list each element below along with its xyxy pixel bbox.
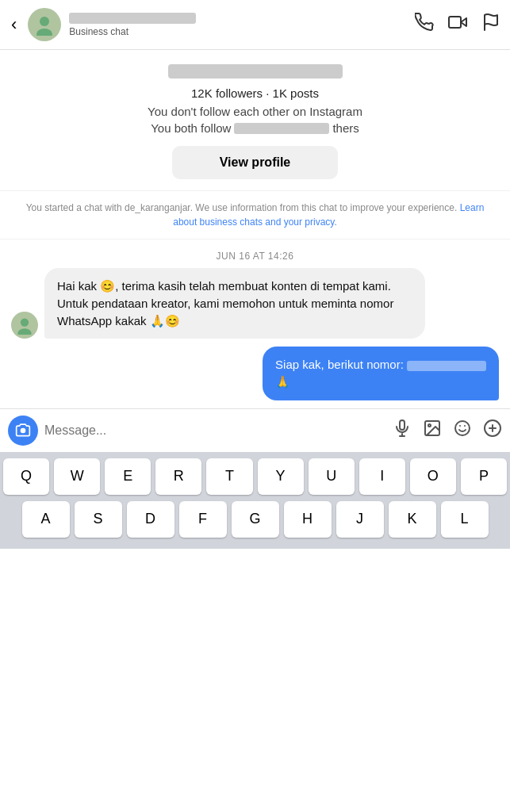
key-g[interactable]: G xyxy=(232,501,279,538)
input-action-icons xyxy=(393,419,502,442)
svg-rect-8 xyxy=(400,420,405,430)
key-q[interactable]: Q xyxy=(3,458,49,495)
svg-point-7 xyxy=(21,427,26,433)
key-l[interactable]: L xyxy=(441,501,489,538)
incoming-bubble: Hai kak 😊, terima kasih telah membuat ko… xyxy=(44,268,425,339)
message-input-bar xyxy=(0,408,510,452)
phone-number-blurred xyxy=(407,361,486,371)
key-p[interactable]: P xyxy=(461,458,507,495)
outgoing-bubble: Siap kak, berikut nomor: 🙏 xyxy=(263,347,499,400)
mutual-accounts-blurred xyxy=(234,123,329,134)
contact-name-blurred xyxy=(69,13,196,24)
key-h[interactable]: H xyxy=(284,501,332,538)
incoming-message-row: Hai kak 😊, terima kasih telah membuat ko… xyxy=(11,268,499,339)
sender-avatar xyxy=(11,312,38,339)
mic-icon[interactable] xyxy=(393,419,412,442)
privacy-text: You started a chat with de_karanganjar. … xyxy=(26,202,458,213)
svg-point-13 xyxy=(455,421,470,435)
keyboard: Q W E R T Y U I O P A S D F G H J K L xyxy=(0,452,510,549)
header-action-icons xyxy=(415,13,499,36)
messages-area: Hai kak 😊, terima kasih telah membuat ko… xyxy=(0,268,510,408)
key-d[interactable]: D xyxy=(127,501,174,538)
key-f[interactable]: F xyxy=(179,501,227,538)
key-y[interactable]: Y xyxy=(258,458,304,495)
contact-avatar xyxy=(28,8,61,41)
svg-point-4 xyxy=(21,319,29,327)
mutual-follow-info: You both follow thers xyxy=(151,121,359,135)
privacy-notice: You started a chat with de_karanganjar. … xyxy=(0,191,510,239)
incoming-message-text: Hai kak 😊, terima kasih telah membuat ko… xyxy=(57,279,393,327)
key-s[interactable]: S xyxy=(75,501,122,538)
video-icon[interactable] xyxy=(448,13,467,36)
key-i[interactable]: I xyxy=(359,458,405,495)
sticker-icon[interactable] xyxy=(453,419,472,442)
key-r[interactable]: R xyxy=(155,458,201,495)
keyboard-row-2: A S D F G H J K L xyxy=(3,501,507,538)
svg-point-1 xyxy=(36,29,52,36)
profile-stats: 12K followers · 1K posts xyxy=(191,86,319,100)
key-j[interactable]: J xyxy=(336,501,384,538)
camera-button[interactable] xyxy=(8,416,38,446)
back-button[interactable]: ‹ xyxy=(11,14,17,35)
plus-icon[interactable] xyxy=(483,419,502,442)
key-u[interactable]: U xyxy=(309,458,355,495)
outgoing-message-text: Siap kak, berikut nomor: 🙏 xyxy=(275,358,486,389)
message-timestamp: JUN 16 AT 14:26 xyxy=(0,239,510,268)
svg-point-5 xyxy=(17,329,31,335)
key-k[interactable]: K xyxy=(389,501,436,538)
phone-icon[interactable] xyxy=(415,13,434,36)
keyboard-row-1: Q W E R T Y U I O P xyxy=(3,458,507,495)
image-icon[interactable] xyxy=(423,419,442,442)
view-profile-button[interactable]: View profile xyxy=(172,146,339,179)
flag-icon[interactable] xyxy=(481,13,499,36)
chat-header: ‹ Business chat xyxy=(0,0,510,50)
follow-info: You don't follow each other on Instagram xyxy=(148,105,362,118)
contact-info: Business chat xyxy=(69,13,407,37)
message-input[interactable] xyxy=(44,423,386,438)
key-e[interactable]: E xyxy=(105,458,151,495)
mutual-suffix: thers xyxy=(332,121,359,135)
key-w[interactable]: W xyxy=(54,458,100,495)
profile-section: 12K followers · 1K posts You don't follo… xyxy=(0,50,510,191)
svg-point-0 xyxy=(40,17,49,26)
svg-rect-2 xyxy=(449,17,461,28)
outgoing-message-row: Siap kak, berikut nomor: 🙏 xyxy=(11,347,499,400)
key-a[interactable]: A xyxy=(22,501,70,538)
chat-type-label: Business chat xyxy=(69,26,407,37)
key-o[interactable]: O xyxy=(410,458,456,495)
profile-name-blurred xyxy=(168,64,343,79)
mutual-prefix: You both follow xyxy=(151,121,231,135)
key-t[interactable]: T xyxy=(206,458,252,495)
svg-point-12 xyxy=(428,424,431,427)
